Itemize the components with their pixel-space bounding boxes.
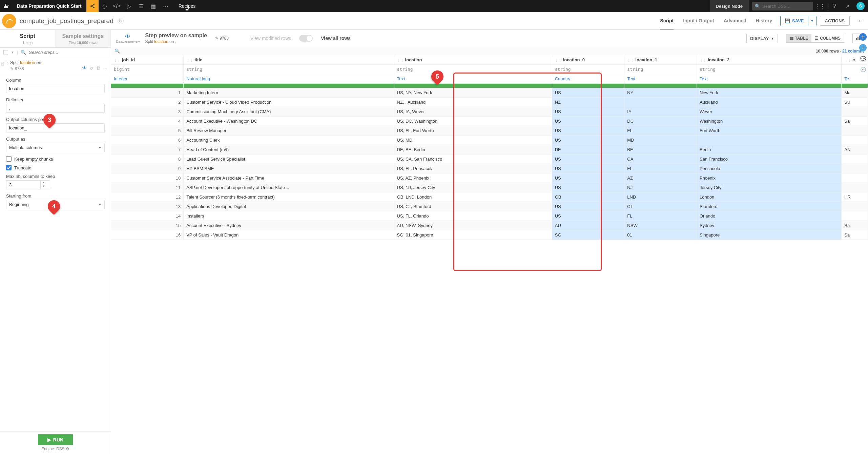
refresh-icon[interactable]: ↻ [118, 18, 124, 24]
delete-icon[interactable]: 🗑 [96, 65, 100, 70]
stepper-up[interactable]: ▲ [41, 181, 47, 184]
chevron-down-icon: ▼ [771, 37, 774, 40]
truncate-checkbox[interactable] [6, 165, 12, 170]
chevron-down-icon[interactable]: ▼ [11, 50, 14, 54]
delimiter-input[interactable] [6, 104, 105, 113]
column-input[interactable] [6, 84, 105, 93]
pencil-icon: ✎ [215, 36, 219, 41]
history-icon[interactable]: 🕘 [859, 66, 867, 73]
help-icon[interactable]: ? [829, 0, 841, 12]
highlight-box-5 [453, 73, 602, 271]
max-cols-input-group: ▲ ▼ [6, 180, 50, 189]
table-toolbar: 🔍 10,000 rows · 21 columns [111, 47, 868, 55]
chevron-down-icon: ▼ [98, 203, 102, 206]
search-icon: 🔍 [755, 4, 760, 9]
left-tab-script[interactable]: Script 1 step [0, 30, 56, 48]
stepper-down[interactable]: ▼ [41, 184, 47, 188]
grip-icon[interactable]: ⋮⋮ [397, 58, 404, 62]
header-row: ⋮⋮job_id⋮⋮title⋮⋮location⋮⋮location_0⋮⋮l… [111, 55, 868, 65]
project-name[interactable]: Data Preparation Quick Start [12, 3, 86, 9]
grip-icon[interactable]: ⋮⋮ [844, 58, 851, 62]
output-as-select[interactable]: Multiple columns ▼ [6, 143, 105, 152]
prefix-input[interactable] [6, 123, 105, 132]
chat-icon[interactable]: 💬 [859, 55, 867, 62]
flow-icon[interactable]: ◌ [99, 0, 111, 12]
svg-rect-3 [856, 38, 857, 40]
table-view-button[interactable]: ▦TABLE [786, 34, 811, 42]
tab-recipes[interactable]: Recipes [172, 3, 203, 9]
play-icon[interactable]: ▷ [123, 0, 135, 12]
global-search[interactable]: 🔍 [752, 2, 813, 11]
avatar[interactable]: S [856, 2, 865, 10]
output-as-label: Output as [6, 137, 105, 142]
left-tabs: Script 1 step Sample settings First 10,0… [0, 30, 111, 48]
step-item[interactable]: ⋮⋮□ Split location on , ✎ 9788 👁 ⊘ 🗑 ⋯ [0, 57, 111, 74]
starting-label: Starting from [6, 193, 105, 199]
select-all-checkbox[interactable] [3, 50, 8, 55]
tab-script[interactable]: Script [660, 13, 674, 29]
actions-button[interactable]: ACTIONS [820, 16, 850, 26]
grip-icon[interactable]: ⋮⋮ [114, 58, 121, 62]
run-button[interactable]: ▶ RUN [38, 434, 73, 445]
max-cols-label: Max nb. columns to keep [6, 174, 105, 179]
view-toggle-switch[interactable] [299, 35, 313, 42]
column-header-location_2[interactable]: ⋮⋮location_2 [697, 55, 841, 65]
grip-icon[interactable]: ⋮⋮ [627, 58, 634, 62]
keep-empty-checkbox[interactable] [6, 156, 12, 162]
activity-icon[interactable]: ↗ [841, 0, 853, 12]
grip-icon[interactable]: ⋮⋮ [700, 58, 706, 62]
list-icon: ☰ [815, 36, 819, 41]
step-form: Column Delimiter Output columns prefix O… [0, 74, 111, 431]
view-modified-label: View modified rows [250, 36, 291, 41]
info-icon[interactable]: i [859, 44, 867, 51]
design-node-label: Design Node [710, 0, 749, 12]
keep-empty-label: Keep empty chunks [14, 157, 53, 162]
left-panel: Script 1 step Sample settings First 10,0… [0, 30, 111, 454]
tab-advanced[interactable]: Advanced [724, 13, 746, 29]
recipe-type-icon [2, 14, 16, 28]
columns-view-button[interactable]: ☰COLUMNS [811, 34, 844, 42]
chevron-down-icon: ▼ [98, 146, 102, 149]
grip-icon[interactable]: ⋮⋮□ [1, 61, 9, 65]
disable-icon[interactable]: ⊘ [89, 65, 93, 70]
column-header-location[interactable]: ⋮⋮location [394, 55, 552, 65]
engine-label[interactable]: Engine: DSS ⚙ [0, 447, 111, 451]
grip-icon[interactable]: ⋮⋮ [186, 58, 193, 62]
search-input[interactable] [762, 4, 810, 9]
save-button[interactable]: 💾 SAVE [781, 16, 808, 26]
dashboard-icon[interactable]: ▦ [147, 0, 160, 12]
left-tab-sample[interactable]: Sample settings First 10,000 rows [56, 30, 111, 48]
grip-icon[interactable]: ⋮⋮ [555, 58, 562, 62]
column-header-location_0[interactable]: ⋮⋮location_0 [552, 55, 624, 65]
eye-icon: 👁 [116, 34, 140, 40]
disable-preview[interactable]: 👁 Disable preview [116, 34, 140, 43]
pencil-icon: ✎ [10, 66, 14, 71]
recipe-header: compute_job_postings_prepared ↻ Script I… [0, 12, 868, 30]
tab-input-output[interactable]: Input / Output [683, 13, 714, 29]
add-button[interactable]: + [859, 33, 867, 41]
more-icon[interactable]: ⋯ [103, 65, 107, 70]
steps-search-input[interactable] [29, 50, 107, 55]
back-arrow[interactable]: ← [853, 17, 868, 25]
column-header-title[interactable]: ⋮⋮title [184, 55, 394, 65]
column-header-job_id[interactable]: ⋮⋮job_id [111, 55, 184, 65]
recipe-tabs: Script Input / Output Advanced History [660, 13, 772, 29]
apps-icon[interactable]: ⋮⋮⋮ [817, 0, 829, 12]
share-button[interactable] [86, 0, 99, 12]
code-icon[interactable]: </> [111, 0, 123, 12]
delimiter-label: Delimiter [6, 97, 105, 102]
display-button[interactable]: DISPLAY▼ [746, 34, 778, 43]
max-cols-input[interactable] [6, 181, 40, 189]
tab-history[interactable]: History [756, 13, 772, 29]
column-header-location_1[interactable]: ⋮⋮location_1 [624, 55, 697, 65]
stack-icon[interactable]: ☰ [135, 0, 147, 12]
more-icon[interactable]: ⋯ [160, 0, 172, 12]
search-icon[interactable]: 🔍 [115, 48, 120, 54]
topbar: Data Preparation Quick Start ◌ </> ▷ ☰ ▦… [0, 0, 868, 12]
save-button-group: 💾 SAVE ▼ [780, 16, 816, 26]
preview-panel: 👁 Disable preview Step preview on sample… [111, 30, 868, 454]
eye-icon[interactable]: 👁 [82, 65, 87, 70]
logo[interactable] [0, 0, 12, 12]
preview-title: Step preview on sample [145, 33, 207, 39]
save-dropdown[interactable]: ▼ [808, 16, 816, 26]
